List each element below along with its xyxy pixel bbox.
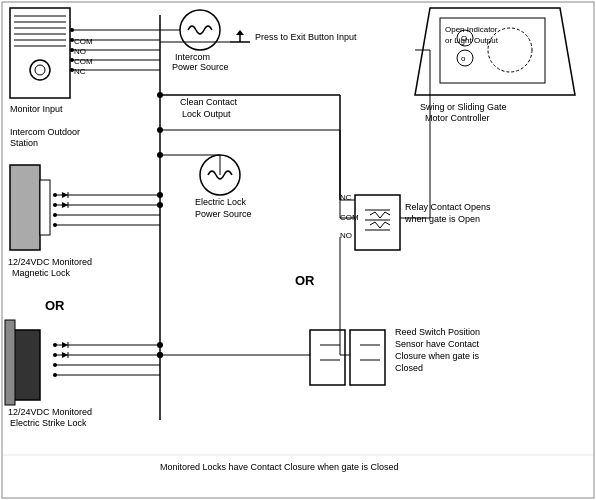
svg-text:Reed Switch Position: Reed Switch Position <box>395 327 480 337</box>
svg-text:Intercom Outdoor: Intercom Outdoor <box>10 127 80 137</box>
svg-text:Station: Station <box>10 138 38 148</box>
svg-text:Closed: Closed <box>395 363 423 373</box>
svg-point-126 <box>157 152 163 158</box>
svg-rect-98 <box>355 195 400 250</box>
svg-text:Relay Contact Opens: Relay Contact Opens <box>405 202 491 212</box>
svg-text:Electric Strike Lock: Electric Strike Lock <box>10 418 87 428</box>
svg-text:o: o <box>461 54 466 63</box>
svg-text:Press to Exit Button Input: Press to Exit Button Input <box>255 32 357 42</box>
svg-text:Motor Controller: Motor Controller <box>425 113 490 123</box>
svg-text:Power Source: Power Source <box>172 62 229 72</box>
svg-text:OR: OR <box>45 298 65 313</box>
svg-text:12/24VDC Monitored: 12/24VDC Monitored <box>8 407 92 417</box>
svg-text:Magnetic Lock: Magnetic Lock <box>12 268 71 278</box>
svg-text:COM: COM <box>74 37 93 46</box>
svg-rect-60 <box>5 320 15 405</box>
svg-text:Clean Contact: Clean Contact <box>180 97 238 107</box>
svg-text:or Light Output: or Light Output <box>445 36 499 45</box>
svg-text:Intercom: Intercom <box>175 52 210 62</box>
svg-text:Closure when gate is: Closure when gate is <box>395 351 480 361</box>
svg-text:OR: OR <box>295 273 315 288</box>
svg-text:NO: NO <box>74 47 86 56</box>
svg-point-131 <box>157 352 163 358</box>
svg-text:Power Source: Power Source <box>195 209 252 219</box>
svg-point-135 <box>157 127 163 133</box>
svg-rect-43 <box>40 180 50 235</box>
svg-point-22 <box>180 10 220 50</box>
svg-point-9 <box>35 65 45 75</box>
svg-text:Electric Lock: Electric Lock <box>195 197 247 207</box>
svg-text:COM: COM <box>74 57 93 66</box>
svg-rect-42 <box>10 165 40 250</box>
svg-text:NC: NC <box>340 193 352 202</box>
svg-text:NO: NO <box>340 231 352 240</box>
svg-point-83 <box>157 192 163 198</box>
wiring-diagram: Monitor Input Intercom Outdoor Station C… <box>0 0 596 500</box>
svg-text:Monitored Locks have Contact C: Monitored Locks have Contact Closure whe… <box>160 462 399 472</box>
svg-point-85 <box>157 342 163 348</box>
svg-point-134 <box>157 92 163 98</box>
svg-text:Open Indicator: Open Indicator <box>445 25 498 34</box>
svg-text:Lock Output: Lock Output <box>182 109 231 119</box>
svg-text:12/24VDC Monitored: 12/24VDC Monitored <box>8 257 92 267</box>
svg-text:when gate is Open: when gate is Open <box>404 214 480 224</box>
svg-point-84 <box>157 202 163 208</box>
svg-text:Monitor Input: Monitor Input <box>10 104 63 114</box>
svg-text:Sensor have Contact: Sensor have Contact <box>395 339 480 349</box>
svg-rect-109 <box>350 330 385 385</box>
svg-text:NC: NC <box>74 67 86 76</box>
svg-text:Swing or Sliding Gate: Swing or Sliding Gate <box>420 102 507 112</box>
